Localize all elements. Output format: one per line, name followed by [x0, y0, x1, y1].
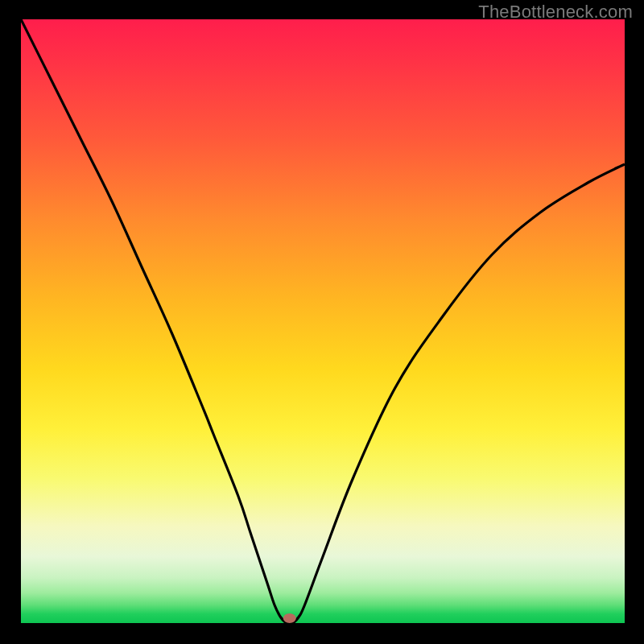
bottleneck-curve-svg — [21, 19, 625, 623]
bottleneck-curve — [21, 19, 625, 623]
chart-frame: TheBottleneck.com — [0, 0, 644, 644]
watermark-text: TheBottleneck.com — [478, 2, 633, 23]
plot-area — [21, 19, 625, 623]
minimum-marker — [283, 613, 296, 623]
